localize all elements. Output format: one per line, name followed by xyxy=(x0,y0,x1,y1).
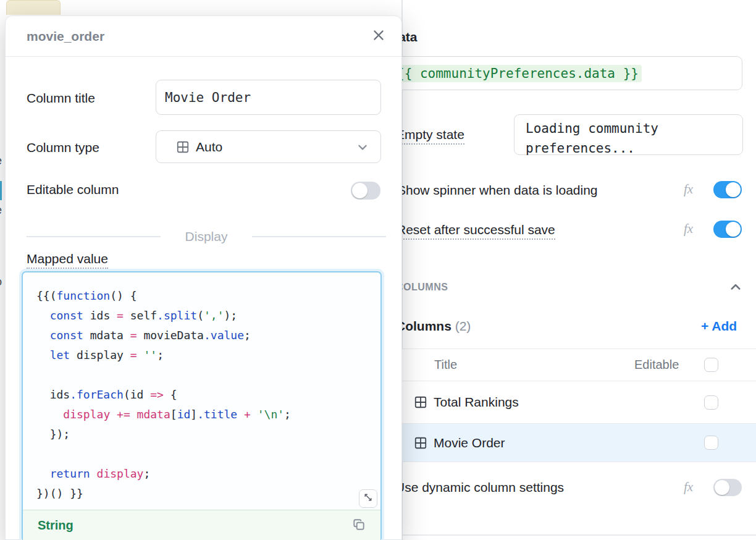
chevron-up-icon xyxy=(729,281,742,296)
data-input[interactable]: {{ communityPreferences.data }} xyxy=(386,56,742,90)
close-button[interactable] xyxy=(369,27,388,46)
column-row-movie-order[interactable]: Movie Order xyxy=(402,424,756,462)
divider-line xyxy=(27,236,161,237)
popover-title: movie_order xyxy=(27,29,104,44)
column-type-select[interactable]: Auto xyxy=(156,130,381,163)
title-column-header: Title xyxy=(434,358,457,372)
column-title-input[interactable]: Movie Order xyxy=(156,80,381,115)
popover-header: movie_order xyxy=(6,16,401,57)
empty-state-line: Loading community xyxy=(526,119,742,138)
empty-state-line: preferences... xyxy=(526,138,742,158)
toggle-knob xyxy=(726,222,741,237)
close-icon xyxy=(372,28,385,44)
editable-checkbox[interactable] xyxy=(704,395,718,410)
column-type-value: Auto xyxy=(196,140,222,154)
canvas-selection-bar-fragment xyxy=(0,181,2,200)
reset-after-save-toggle[interactable] xyxy=(713,221,742,238)
mapped-value-label: Mapped value xyxy=(27,251,108,266)
code-lines[interactable]: {{(function() { const ids = self.split('… xyxy=(23,272,380,510)
expand-editor-icon xyxy=(363,492,373,505)
evaluation-footer: String xyxy=(23,510,380,540)
display-section-divider: Display xyxy=(27,229,386,244)
empty-state-input[interactable]: Loading community preferences... xyxy=(514,114,743,155)
add-column-button[interactable]: + Add xyxy=(701,319,737,334)
columns-table-header: Title Editable xyxy=(402,348,756,381)
mapped-value-code-editor[interactable]: {{(function() { const ids = self.split('… xyxy=(22,271,382,540)
columns-table: Title Editable Total Rankings Movie Orde… xyxy=(402,348,756,462)
dynamic-column-settings-toggle[interactable] xyxy=(713,479,742,496)
section-divider xyxy=(402,534,756,536)
editable-all-checkbox[interactable] xyxy=(704,358,718,372)
fx-icon[interactable]: fx xyxy=(684,479,693,495)
editable-checkbox[interactable] xyxy=(704,436,718,450)
dynamic-column-settings-label: Use dynamic column settings xyxy=(395,480,564,495)
display-divider-label: Display xyxy=(185,229,228,244)
collapse-section-button[interactable] xyxy=(729,282,742,295)
editable-column-label: Editable column xyxy=(27,182,119,197)
editable-column-header: Editable xyxy=(634,358,679,372)
show-spinner-toggle[interactable] xyxy=(713,181,742,198)
toggle-knob xyxy=(726,182,741,197)
editable-column-toggle[interactable] xyxy=(351,182,380,200)
screen: eero Data {{ communityPreferences.data }… xyxy=(0,0,756,540)
fx-icon[interactable]: fx xyxy=(684,182,693,197)
canvas-tab-fragment xyxy=(6,0,61,15)
table-grid-icon xyxy=(414,436,427,450)
columns-section-header: COLUMNS xyxy=(396,282,448,293)
columns-count-label: Columns (2) xyxy=(396,319,471,334)
column-row-title: Total Rankings xyxy=(434,395,519,410)
copy-button[interactable] xyxy=(352,518,366,534)
chevron-down-icon xyxy=(357,141,368,155)
column-title-label: Column title xyxy=(27,91,95,106)
column-type-label: Column type xyxy=(27,140,99,155)
copy-icon xyxy=(352,518,366,534)
reset-after-save-label: Reset after successful save xyxy=(397,222,555,237)
result-type-badge: String xyxy=(38,518,74,533)
table-grid-icon xyxy=(414,395,427,409)
table-grid-icon xyxy=(176,140,190,154)
open-editor-button[interactable] xyxy=(359,489,377,508)
fx-icon[interactable]: fx xyxy=(684,221,693,237)
empty-state-label: Empty state xyxy=(396,127,464,142)
column-row-title: Movie Order xyxy=(434,436,505,450)
data-input-value: {{ communityPreferences.data }} xyxy=(393,65,642,82)
column-row-total-rankings[interactable]: Total Rankings xyxy=(402,381,756,424)
show-spinner-label: Show spinner when data is loading xyxy=(397,183,598,198)
column-settings-popover: movie_order Column title Movie Order Col… xyxy=(5,15,402,540)
toggle-knob xyxy=(715,480,729,495)
toggle-knob xyxy=(352,183,368,198)
divider-line xyxy=(252,236,386,237)
